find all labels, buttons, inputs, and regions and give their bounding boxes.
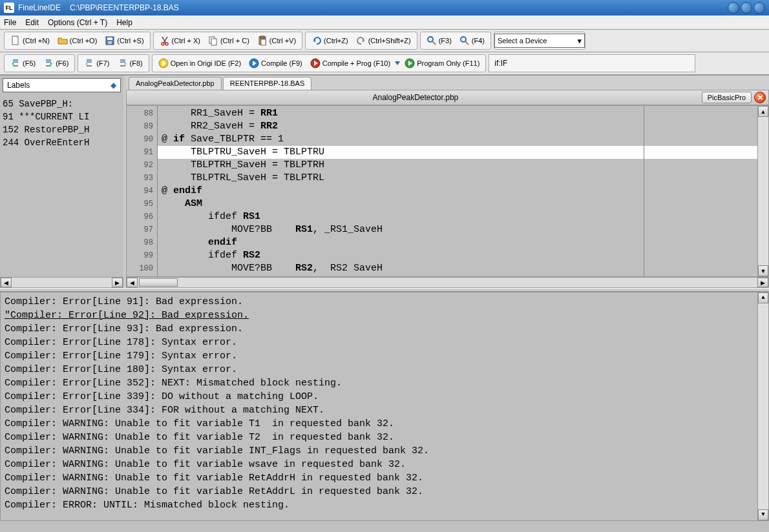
editor-header: AnalogPeakDetector.pbp PicBasicPro ✕ [126, 90, 769, 105]
code-line[interactable]: MOVE?BB RS1, _RS1_SaveH [158, 223, 757, 236]
scroll-right-icon[interactable]: ▶ [112, 278, 123, 287]
output-line[interactable]: Compiler: Error[Line 93]: Bad expression… [5, 322, 764, 336]
undo-button[interactable]: (Ctrl+Z) [308, 34, 352, 48]
output-line[interactable]: Compiler: ERROR: UNTIL: Mismatched block… [5, 498, 764, 512]
picbasic-button[interactable]: PicBasicPro [702, 92, 752, 103]
f6-label: (F6) [56, 59, 68, 67]
f8-button[interactable]: (F8) [114, 56, 146, 70]
labels-dropdown[interactable]: Labels ◆ [3, 78, 121, 92]
code-line[interactable]: endif [158, 236, 757, 249]
prog-only-button[interactable]: Program Only (F11) [401, 56, 483, 70]
maximize-button[interactable] [741, 2, 752, 14]
menu-options[interactable]: Options (Ctrl + T) [48, 18, 107, 27]
magnifier-icon [427, 36, 437, 46]
code-line[interactable]: MOVE?BB RS2, RS2 SaveH [158, 262, 757, 275]
open-button[interactable]: (Ctrl +O) [54, 34, 100, 48]
paste-label: (Ctrl +V) [269, 37, 296, 45]
code-line[interactable]: RR1_SaveH = RR1 [158, 107, 757, 120]
output-line[interactable]: Compiler: Error[Line 352]: NEXT: Mismatc… [5, 376, 764, 390]
labels-item[interactable]: 91 ***CURRENT LI [3, 110, 121, 123]
f5-button[interactable]: (F5) [7, 56, 39, 70]
editor-tab[interactable]: REENTERPBP-18.BAS [223, 77, 312, 90]
find-button[interactable]: (F3) [423, 34, 455, 48]
cut-button[interactable]: (Ctrl + X) [156, 34, 204, 48]
svg-point-4 [162, 43, 164, 45]
save-button[interactable]: (Ctrl +S) [101, 34, 147, 48]
labels-item[interactable]: 244 OverReEnterH [3, 136, 121, 149]
menu-edit[interactable]: Edit [25, 18, 39, 27]
scroll-down-icon[interactable]: ▼ [758, 265, 768, 276]
code-area[interactable]: 888990919293949596979899100 RR1_SaveH = … [126, 105, 769, 277]
scroll-up-icon[interactable]: ▲ [758, 106, 768, 117]
output-line[interactable]: Compiler: Error[Line 179]: Syntax error. [5, 349, 764, 363]
open-ide-button[interactable]: Open in Origi IDE (F2) [155, 56, 244, 70]
menu-file[interactable]: File [4, 18, 16, 27]
svg-line-12 [432, 41, 436, 45]
code-line[interactable]: TBLPTRU_SaveH = TBLPTRU [158, 146, 757, 159]
find-next-button[interactable]: (F4) [456, 34, 488, 48]
compile-button[interactable]: Compile (F9) [246, 56, 306, 70]
new-button[interactable]: (Ctrl +N) [7, 34, 53, 48]
editor-vscroll[interactable]: ▲ ▼ [757, 106, 768, 276]
labels-item[interactable]: 152 RestorePBP_H [3, 123, 121, 136]
if-text-label: if:IF [494, 59, 507, 68]
code-line[interactable]: ifdef RS2 [158, 249, 757, 262]
output-line[interactable]: "Compiler: Error[Line 92]: Bad expressio… [5, 309, 764, 322]
code-line[interactable]: ifdef RS1 [158, 210, 757, 223]
chevron-down-icon[interactable] [395, 61, 400, 65]
if-text-field[interactable]: if:IF [489, 54, 695, 72]
code-line[interactable]: @ endif [158, 185, 757, 198]
svg-point-5 [165, 43, 168, 45]
folder-open-icon [58, 36, 68, 46]
editor-tab[interactable]: AnalogPeakDetector.pbp [129, 77, 222, 90]
editor-hscroll[interactable]: ◀ ▶ [126, 277, 769, 288]
close-button[interactable] [753, 2, 765, 14]
device-select[interactable]: Select a Device ▾ [494, 34, 585, 48]
output-line[interactable]: Compiler: WARNING: Unable to fit variabl… [5, 471, 764, 485]
code-line[interactable]: RR2_SaveH = RR2 [158, 120, 757, 133]
scroll-up-icon[interactable]: ▲ [758, 292, 768, 303]
output-line[interactable]: Compiler: Error[Line 178]: Syntax error. [5, 336, 764, 349]
output-line[interactable]: Compiler: Error[Line 334]: FOR without a… [5, 404, 764, 417]
new-file-icon [10, 36, 21, 46]
indent-right-icon [43, 58, 54, 68]
editor-panel: AnalogPeakDetector.pbpREENTERPBP-18.BAS … [126, 76, 769, 288]
output-line[interactable]: Compiler: Error[Line 91]: Bad expression… [5, 295, 764, 309]
cut-label: (Ctrl + X) [172, 37, 200, 45]
output-vscroll[interactable]: ▲ ▼ [757, 292, 768, 520]
output-line[interactable]: Compiler: WARNING: Unable to fit variabl… [5, 417, 764, 431]
menu-help[interactable]: Help [116, 18, 132, 27]
scroll-right-icon[interactable]: ▶ [757, 278, 768, 287]
paste-button[interactable]: (Ctrl +V) [254, 34, 299, 48]
scroll-down-icon[interactable]: ▼ [758, 509, 768, 520]
svg-rect-10 [261, 39, 266, 45]
output-line[interactable]: Compiler: WARNING: Unable to fit variabl… [5, 485, 764, 498]
code-line[interactable]: ASM [158, 198, 757, 210]
copy-icon [208, 36, 218, 46]
close-tab-button[interactable]: ✕ [754, 92, 766, 103]
code-line[interactable]: TBLPTRH_SaveH = TBLPTRH [158, 159, 757, 172]
compile-prog-button[interactable]: Compile + Prog (F10) [307, 56, 394, 70]
scroll-left-icon[interactable]: ◀ [127, 278, 138, 287]
labels-item[interactable]: 65 SavePBP_H: [3, 97, 121, 110]
redo-button[interactable]: (Ctrl+Shift+Z) [353, 34, 414, 48]
code-lines[interactable]: RR1_SaveH = RR1 RR2_SaveH = RR2@ if Save… [158, 106, 757, 276]
find-label: (F3) [439, 37, 452, 45]
minimize-button[interactable] [728, 2, 739, 14]
output-line[interactable]: Compiler: WARNING: Unable to fit variabl… [5, 458, 764, 471]
scroll-left-icon[interactable]: ◀ [1, 278, 12, 287]
output-line[interactable]: Compiler: Error[Line 339]: DO without a … [5, 390, 764, 404]
code-line[interactable]: TBLPTRL_SaveH = TBLPTRL [158, 172, 757, 185]
comment-icon [84, 58, 94, 68]
f7-button[interactable]: (F7) [81, 56, 112, 70]
svg-point-11 [428, 37, 433, 42]
copy-button[interactable]: (Ctrl + C) [205, 34, 253, 48]
output-line[interactable]: Compiler: WARNING: Unable to fit variabl… [5, 444, 764, 458]
code-line[interactable]: @ if Save_TBLPTR == 1 [158, 133, 757, 146]
sidebar-hscroll[interactable]: ◀ ▶ [0, 277, 123, 288]
svg-rect-7 [211, 39, 216, 45]
output-panel[interactable]: Compiler: Error[Line 91]: Bad expression… [0, 292, 769, 521]
output-line[interactable]: Compiler: WARNING: Unable to fit variabl… [5, 431, 764, 444]
output-line[interactable]: Compiler: Error[Line 180]: Syntax error. [5, 363, 764, 376]
f6-button[interactable]: (F6) [40, 56, 72, 70]
